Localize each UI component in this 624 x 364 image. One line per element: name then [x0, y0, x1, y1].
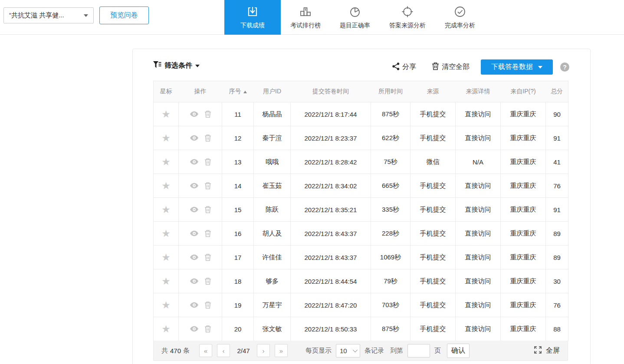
- delete-icon[interactable]: [204, 110, 211, 118]
- delete-icon[interactable]: [204, 206, 211, 213]
- star-cell: [154, 246, 179, 269]
- star-cell: [154, 198, 179, 222]
- duration-cell: 335秒: [371, 198, 411, 222]
- view-icon[interactable]: [190, 111, 199, 117]
- view-icon[interactable]: [190, 254, 199, 260]
- score-cell: 41: [546, 150, 568, 174]
- first-page-button[interactable]: [199, 344, 212, 357]
- delete-icon[interactable]: [204, 182, 211, 190]
- submit-time-cell: 2022/12/1 8:50:33: [291, 317, 371, 341]
- last-page-button[interactable]: [275, 344, 288, 357]
- per-page-label: 每页显示: [305, 347, 332, 355]
- view-icon[interactable]: [190, 207, 199, 213]
- actions-cell: [179, 150, 222, 174]
- star-icon[interactable]: [161, 275, 171, 287]
- per-page-select[interactable]: 10: [336, 344, 360, 357]
- target-icon: [401, 5, 414, 18]
- star-icon[interactable]: [161, 204, 171, 215]
- duration-cell: 79秒: [371, 269, 411, 293]
- confirm-button[interactable]: 确认: [447, 344, 470, 358]
- submit-time-cell: 2022/12/1 8:43:37: [291, 222, 371, 246]
- source-cell: 手机提交: [411, 102, 456, 126]
- actions-cell: [179, 174, 222, 198]
- tab-completion-rate-analysis[interactable]: 完成率分析: [435, 0, 485, 35]
- view-icon[interactable]: [190, 183, 199, 189]
- delete-icon[interactable]: [204, 301, 211, 309]
- previous-page-button[interactable]: [217, 344, 230, 357]
- fullscreen-icon: [534, 346, 542, 356]
- view-icon[interactable]: [190, 278, 199, 284]
- tab-question-accuracy[interactable]: 题目正确率: [330, 0, 380, 35]
- delete-icon[interactable]: [204, 134, 211, 142]
- star-icon[interactable]: [161, 323, 171, 334]
- source-detail-cell: 直接访问: [456, 126, 501, 150]
- view-icon[interactable]: [190, 230, 199, 236]
- view-icon[interactable]: [190, 159, 199, 165]
- tab-answer-source-analysis[interactable]: 答案来源分析: [380, 0, 435, 35]
- user-id-cell: 够多: [254, 269, 291, 293]
- view-icon[interactable]: [190, 302, 199, 308]
- user-id-cell: 万星宇: [254, 293, 291, 317]
- tab-exam-ranking[interactable]: 考试排行榜: [281, 0, 330, 35]
- star-cell: [154, 126, 179, 150]
- col-score: 总分: [546, 81, 568, 102]
- table-row: 19 万星宇 2022/12/1 8:47:20 703秒 手机提交 直接访问 …: [154, 293, 568, 317]
- star-icon[interactable]: [161, 156, 171, 167]
- survey-select[interactable]: “共抗艾滋 共享健...: [3, 7, 94, 23]
- duration-cell: 875秒: [371, 102, 411, 126]
- seq-cell: 14: [222, 174, 254, 198]
- score-cell: 88: [546, 317, 568, 341]
- star-icon[interactable]: [161, 299, 171, 311]
- fullscreen-button[interactable]: 全屏: [534, 346, 560, 356]
- help-icon[interactable]: [560, 62, 569, 72]
- delete-icon[interactable]: [204, 253, 211, 261]
- ip-cell: 重庆重庆: [501, 269, 546, 293]
- top-bar: “共抗艾滋 共享健... 预览问卷 下载成绩: [0, 0, 624, 35]
- source-detail-cell: 直接访问: [456, 317, 501, 341]
- clear-all-button[interactable]: 清空全部: [432, 62, 470, 72]
- col-submit-time: 提交答卷时间: [291, 81, 371, 102]
- seq-cell: 12: [222, 126, 254, 150]
- download-icon: [246, 5, 259, 18]
- results-table-wrap: 星标 操作 序号 用户ID 提交答卷时间 所用时间 来源 来源详情 来自IP(?…: [153, 81, 568, 341]
- clear-all-label: 清空全部: [442, 62, 470, 72]
- per-page-value: 10: [340, 347, 347, 354]
- ip-cell: 重庆重庆: [501, 293, 546, 317]
- delete-icon[interactable]: [204, 230, 211, 237]
- ip-cell: 重庆重庆: [501, 222, 546, 246]
- source-cell: 手机提交: [411, 126, 456, 150]
- next-page-button[interactable]: [257, 344, 270, 357]
- view-icon[interactable]: [190, 326, 199, 332]
- delete-icon[interactable]: [204, 277, 211, 285]
- view-icon[interactable]: [190, 135, 199, 141]
- star-cell: [154, 293, 179, 317]
- col-source-detail: 来源详情: [456, 81, 501, 102]
- share-button[interactable]: 分享: [392, 62, 416, 72]
- download-answers-button[interactable]: 下载答卷数据: [481, 59, 553, 75]
- page-label: 页: [434, 347, 441, 355]
- preview-survey-button[interactable]: 预览问卷: [99, 7, 149, 24]
- table-row: 14 崔玉茹 2022/12/1 8:34:02 665秒 手机提交 直接访问 …: [154, 174, 568, 198]
- filter-label: 筛选条件: [164, 61, 192, 70]
- filter-conditions-button[interactable]: 筛选条件: [153, 61, 200, 70]
- tab-download-scores[interactable]: 下载成绩: [224, 0, 281, 35]
- delete-icon[interactable]: [204, 158, 211, 166]
- col-seq-sortable[interactable]: 序号: [222, 81, 254, 102]
- actions-cell: [179, 246, 222, 269]
- goto-page-input[interactable]: [407, 344, 430, 357]
- star-icon[interactable]: [161, 228, 171, 239]
- user-id-cell: 秦于渲: [254, 126, 291, 150]
- star-icon[interactable]: [161, 132, 171, 144]
- source-cell: 手机提交: [411, 269, 456, 293]
- star-icon[interactable]: [161, 252, 171, 263]
- star-icon[interactable]: [161, 180, 171, 191]
- star-icon[interactable]: [161, 108, 171, 120]
- source-detail-cell: 直接访问: [456, 102, 501, 126]
- delete-icon[interactable]: [204, 325, 211, 333]
- tab-label: 考试排行榜: [290, 22, 321, 30]
- duration-cell: 665秒: [371, 174, 411, 198]
- star-cell: [154, 222, 179, 246]
- ip-cell: 重庆重庆: [501, 198, 546, 222]
- pagination-bar: 共 470 条 2/47 每页显示 10 条记录 到第 页 确认: [153, 341, 568, 361]
- star-cell: [154, 150, 179, 174]
